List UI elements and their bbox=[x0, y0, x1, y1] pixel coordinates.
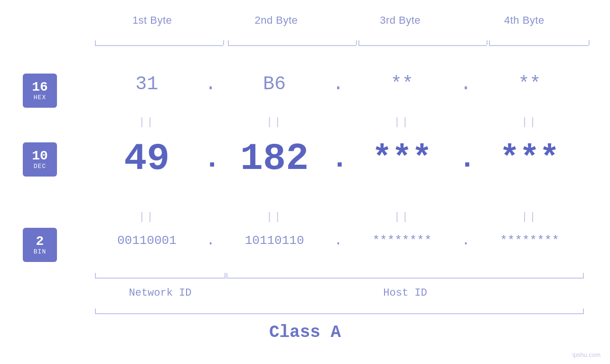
eq-3: || bbox=[346, 116, 459, 128]
badge-dec-number: 10 bbox=[32, 149, 48, 163]
hex-val-2: B6 bbox=[218, 74, 331, 95]
badge-dec-label: DEC bbox=[34, 163, 46, 170]
top-tick-col3-right bbox=[487, 40, 488, 45]
top-tick-col2-right bbox=[356, 40, 357, 45]
dec-val-1: 49 bbox=[90, 140, 204, 178]
badge-bin-label: BIN bbox=[34, 248, 46, 255]
top-tick-col4-left bbox=[489, 40, 490, 45]
host-id-label: Host ID bbox=[226, 287, 584, 299]
hex-dot-3: . bbox=[459, 74, 473, 95]
eq-bin-3: || bbox=[346, 211, 459, 223]
bin-dot-1: . bbox=[204, 233, 218, 249]
top-bracket-col1 bbox=[95, 45, 223, 46]
dec-val-4: *** bbox=[473, 142, 586, 176]
hex-dot-2: . bbox=[331, 74, 346, 95]
hex-dot-1: . bbox=[204, 74, 218, 95]
badge-bin-number: 2 bbox=[36, 235, 44, 248]
top-bracket-col3 bbox=[358, 45, 487, 46]
eq-bin-4: || bbox=[473, 211, 586, 223]
main-container: 16 HEX 10 DEC 2 BIN 1st Byte 2nd Byte 3r… bbox=[0, 0, 610, 364]
col-header-4: 4th Byte bbox=[462, 14, 586, 27]
watermark: ipshu.com bbox=[572, 351, 601, 358]
tick-net-left bbox=[95, 273, 96, 279]
eq-4: || bbox=[473, 116, 586, 128]
bin-val-4: ******** bbox=[473, 233, 586, 248]
dec-val-2: 182 bbox=[218, 140, 331, 178]
top-tick-col1-right bbox=[223, 40, 224, 45]
badge-hex-number: 16 bbox=[32, 81, 48, 94]
badge-dec: 10 DEC bbox=[23, 142, 57, 177]
column-headers: 1st Byte 2nd Byte 3rd Byte 4th Byte bbox=[90, 14, 586, 27]
eq-bin-1: || bbox=[90, 211, 204, 223]
network-id-label: Network ID bbox=[95, 287, 225, 299]
eq-1: || bbox=[90, 116, 204, 128]
top-bracket-col2 bbox=[228, 45, 356, 46]
col-header-3: 3rd Byte bbox=[338, 14, 462, 27]
tick-host-right bbox=[583, 273, 584, 279]
top-tick-col2-left bbox=[228, 40, 229, 45]
top-bracket-col4 bbox=[489, 45, 589, 46]
hex-val-3: ** bbox=[346, 74, 459, 95]
bin-val-2: 10110110 bbox=[218, 233, 331, 248]
top-tick-col4-right bbox=[589, 40, 590, 45]
dec-val-3: *** bbox=[346, 142, 459, 176]
badge-bin: 2 BIN bbox=[23, 228, 57, 262]
hex-val-1: 31 bbox=[90, 74, 204, 95]
dec-row: 49 . 182 . *** . *** bbox=[90, 140, 586, 178]
bracket-network-id bbox=[95, 278, 225, 279]
col-header-1: 1st Byte bbox=[90, 14, 214, 27]
top-tick-col1-left bbox=[95, 40, 96, 45]
hex-val-4: ** bbox=[473, 74, 586, 95]
bin-dot-3: . bbox=[459, 233, 473, 249]
tick-full-left bbox=[95, 308, 96, 314]
class-label: Class A bbox=[0, 323, 610, 342]
eq-row-dec-bin: || || || || bbox=[90, 211, 586, 223]
top-tick-col3-left bbox=[358, 40, 359, 45]
eq-bin-2: || bbox=[218, 211, 331, 223]
bin-val-3: ******** bbox=[346, 233, 459, 248]
dec-dot-2: . bbox=[331, 143, 346, 175]
badge-hex-label: HEX bbox=[34, 94, 46, 101]
eq-row-hex-dec: || || || || bbox=[90, 116, 586, 128]
tick-net-right bbox=[225, 273, 225, 279]
badge-hex: 16 HEX bbox=[23, 74, 57, 108]
bin-dot-2: . bbox=[331, 233, 346, 249]
hex-row: 31 . B6 . ** . ** bbox=[90, 74, 586, 95]
tick-full-right bbox=[583, 308, 584, 314]
dec-dot-1: . bbox=[204, 143, 218, 175]
col-header-2: 2nd Byte bbox=[214, 14, 338, 27]
dec-dot-3: . bbox=[459, 143, 473, 175]
bin-val-1: 00110001 bbox=[90, 233, 204, 248]
eq-2: || bbox=[218, 116, 331, 128]
bin-row: 00110001 . 10110110 . ******** . *******… bbox=[90, 233, 586, 249]
full-bottom-bracket bbox=[95, 313, 584, 314]
tick-host-left bbox=[226, 273, 227, 279]
bracket-host-id bbox=[226, 278, 584, 279]
